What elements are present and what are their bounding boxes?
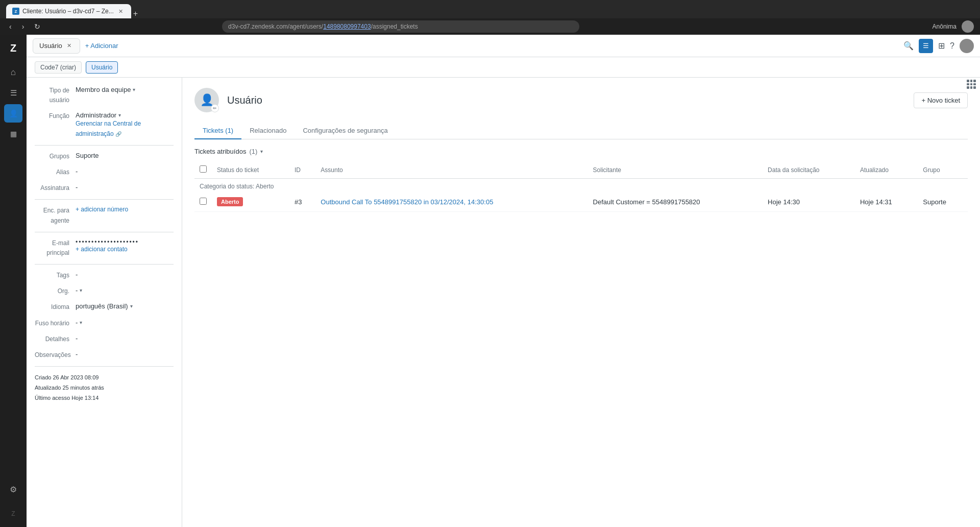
value-funcao-area: Administrador ▾ Gerenciar na Central de … — [76, 111, 174, 138]
main-area: Usuário ✕ + Adicionar 🔍 ☰ ⊞ ? Code7 (cri… — [27, 35, 980, 527]
nav-bottom-logo: Z — [4, 505, 22, 523]
field-assinatura: Assinatura - — [35, 183, 174, 193]
row-id-cell: #3 — [289, 192, 315, 212]
divider-1 — [35, 145, 174, 146]
section-chevron[interactable]: ▾ — [260, 149, 263, 154]
user-header: 👤 ✏ Usuário + Novo ticket — [194, 88, 968, 112]
nav-users[interactable]: 👤 — [4, 104, 22, 123]
left-panel: Tipo de usuário Membro da equipe ▾ Funçã… — [27, 78, 182, 527]
th-requester: Solicitante — [588, 161, 763, 179]
new-browser-tab-btn[interactable]: + — [131, 9, 140, 18]
row-group-cell: Suporte — [918, 192, 968, 212]
search-icon[interactable]: 🔍 — [903, 41, 914, 51]
nav-tickets[interactable]: ☰ — [4, 84, 22, 102]
field-fuso: Fuso horário - ▾ — [35, 319, 174, 328]
app-tab-usuario[interactable]: Usuário ✕ — [33, 38, 80, 54]
app-tab-usuario-label: Usuário — [39, 42, 62, 50]
value-idioma[interactable]: português (Brasil) ▾ — [76, 302, 174, 310]
funcao-dropdown[interactable]: Administrador ▾ — [76, 111, 174, 119]
app-logo[interactable]: Z — [4, 39, 22, 57]
back-btn[interactable]: ‹ — [6, 21, 15, 32]
app-tab-usuario-close[interactable]: ✕ — [65, 42, 74, 50]
breadcrumb-code7[interactable]: Code7 (criar) — [35, 61, 82, 74]
active-browser-tab[interactable]: Z Cliente: Usuário – d3v-cd7 – Ze... ✕ — [6, 4, 131, 18]
user-avatar-small[interactable] — [962, 20, 974, 33]
anon-label: Anônima — [933, 23, 957, 30]
table-row[interactable]: Aberto #3 Outbound Call To 5548991755820… — [194, 192, 968, 212]
category-row: Categoria do status: Aberto — [194, 179, 968, 193]
label-tags: Tags — [35, 271, 76, 280]
divider-4 — [35, 264, 174, 265]
value-tags: - — [76, 271, 174, 278]
label-fuso: Fuso horário — [35, 319, 76, 328]
avatar-edit-btn[interactable]: ✏ — [211, 104, 219, 112]
label-idioma: Idioma — [35, 302, 76, 312]
funcao-admin-link[interactable]: Gerenciar na Central de administração 🔗 — [76, 119, 174, 138]
tab-configuracoes[interactable]: Configurações de segurança — [295, 123, 396, 139]
forward-btn[interactable]: › — [19, 21, 28, 32]
nav-home[interactable]: ⌂ — [4, 63, 22, 82]
label-grupos: Grupos — [35, 152, 76, 161]
label-observacoes: Observações — [35, 350, 76, 360]
status-badge: Aberto — [217, 197, 243, 206]
app-tabs-bar: Usuário ✕ + Adicionar 🔍 ☰ ⊞ ? — [27, 35, 980, 57]
browser-tabs: Z Cliente: Usuário – d3v-cd7 – Ze... ✕ + — [6, 0, 140, 18]
created-meta: Criado 26 Abr 2023 08:09 — [35, 373, 174, 383]
section-title[interactable]: Tickets atribuídos — [194, 148, 246, 155]
browser-chrome: Z Cliente: Usuário – d3v-cd7 – Ze... ✕ + — [0, 0, 980, 18]
nav-settings[interactable]: ⚙ — [4, 480, 22, 498]
grid-dots-icon — [967, 80, 976, 89]
value-observacoes: - — [76, 350, 174, 358]
apps-icon[interactable]: ⊞ — [938, 41, 945, 51]
value-org[interactable]: - ▾ — [76, 286, 174, 294]
label-email: E-mail principal — [35, 238, 76, 258]
url-bar[interactable]: d3v-cd7.zendesk.com/agent/users/ 1489808… — [222, 20, 579, 33]
field-org: Org. - ▾ — [35, 286, 174, 296]
label-alias: Alias — [35, 167, 76, 177]
table-header: Status do ticket ID Assunto Solicitante … — [194, 161, 968, 179]
divider-5 — [35, 366, 174, 367]
grid-icon-area[interactable] — [963, 78, 980, 91]
avatar-icon: 👤 — [200, 93, 214, 107]
address-bar-right: Anônima — [933, 20, 974, 33]
user-name: Usuário — [227, 94, 262, 106]
reload-btn[interactable]: ↻ — [31, 21, 43, 32]
user-name-area: Usuário — [227, 94, 262, 106]
row-checkbox-cell[interactable] — [194, 192, 212, 212]
row-checkbox[interactable] — [200, 198, 207, 205]
left-nav: Z ⌂ ☰ 👤 ▦ ⚙ Z — [0, 35, 27, 527]
value-fuso[interactable]: - ▾ — [76, 319, 174, 326]
tab-close-btn[interactable]: ✕ — [117, 7, 125, 15]
field-detalhes: Detalhes - — [35, 334, 174, 344]
field-alias: Alias - — [35, 167, 174, 177]
funcao-arrow: ▾ — [118, 112, 121, 118]
th-updated: Atualizado — [855, 161, 918, 179]
breadcrumb-usuario[interactable]: Usuário — [86, 61, 118, 74]
table-body: Categoria do status: Aberto Aberto #3 Ou… — [194, 179, 968, 212]
row-subject-cell[interactable]: Outbound Call To 5548991755820 in 03/12/… — [315, 192, 587, 212]
external-link-icon: 🔗 — [115, 131, 121, 137]
add-numero-btn[interactable]: + adicionar número — [76, 206, 128, 213]
value-tipo-usuario[interactable]: Membro da equipe ▾ — [76, 86, 174, 93]
table-header-row: Status do ticket ID Assunto Solicitante … — [194, 161, 968, 179]
add-contato-btn[interactable]: + adicionar contato — [76, 246, 174, 253]
user-avatar[interactable]: 👤 ✏ — [194, 88, 219, 112]
field-enc-agente: Enc. para agente + adicionar número — [35, 206, 174, 225]
metadata-section: Criado 26 Abr 2023 08:09 Atualizado 25 m… — [35, 373, 174, 403]
help-icon[interactable]: ? — [950, 41, 954, 51]
notifications-icon[interactable]: ☰ — [919, 39, 933, 53]
row-status-cell: Aberto — [212, 192, 289, 212]
tab-tickets[interactable]: Tickets (1) — [194, 123, 241, 139]
row-updated-cell: Hoje 14:31 — [855, 192, 918, 212]
top-right-icons: 🔍 ☰ ⊞ ? — [903, 39, 974, 53]
label-assinatura: Assinatura — [35, 183, 76, 193]
nav-reports[interactable]: ▦ — [4, 125, 22, 143]
tab-relacionado[interactable]: Relacionado — [241, 123, 295, 139]
section-count: (1) — [249, 148, 257, 155]
tipo-usuario-arrow: ▾ — [133, 87, 135, 92]
app-tab-add[interactable]: + Adicionar — [82, 39, 121, 53]
new-ticket-btn[interactable]: + Novo ticket — [914, 92, 968, 108]
select-all-checkbox[interactable] — [200, 165, 207, 173]
th-status: Status do ticket — [212, 161, 289, 179]
user-menu-icon[interactable] — [960, 39, 974, 53]
